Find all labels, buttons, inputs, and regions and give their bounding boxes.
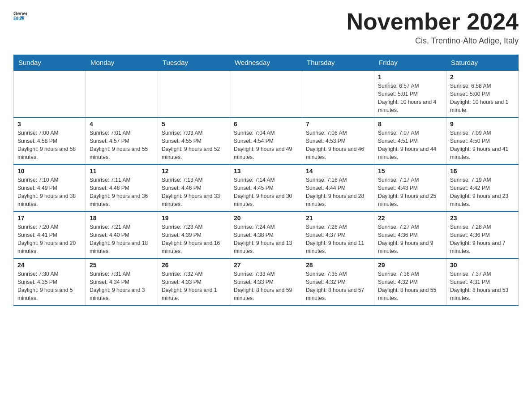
day-info: Sunrise: 7:30 AMSunset: 4:35 PMDaylight:… bbox=[17, 270, 82, 302]
calendar-cell: 26Sunrise: 7:32 AMSunset: 4:33 PMDayligh… bbox=[158, 258, 230, 305]
logo: General Blue bbox=[13, 9, 27, 22]
day-info: Sunrise: 7:06 AMSunset: 4:53 PMDaylight:… bbox=[306, 129, 370, 161]
calendar-cell: 6Sunrise: 7:04 AMSunset: 4:54 PMDaylight… bbox=[230, 117, 302, 164]
day-info: Sunrise: 7:32 AMSunset: 4:33 PMDaylight:… bbox=[162, 270, 226, 302]
calendar-cell: 5Sunrise: 7:03 AMSunset: 4:55 PMDaylight… bbox=[158, 117, 230, 164]
day-number: 24 bbox=[17, 261, 82, 269]
calendar-cell bbox=[86, 70, 158, 117]
day-info: Sunrise: 7:01 AMSunset: 4:57 PMDaylight:… bbox=[90, 129, 154, 161]
day-info: Sunrise: 7:14 AMSunset: 4:45 PMDaylight:… bbox=[234, 176, 298, 208]
day-number: 30 bbox=[450, 261, 515, 269]
calendar-cell: 17Sunrise: 7:20 AMSunset: 4:41 PMDayligh… bbox=[14, 211, 86, 258]
calendar-cell: 21Sunrise: 7:26 AMSunset: 4:37 PMDayligh… bbox=[302, 211, 374, 258]
svg-text:General: General bbox=[13, 11, 27, 16]
day-info: Sunrise: 7:17 AMSunset: 4:43 PMDaylight:… bbox=[378, 176, 442, 208]
day-number: 20 bbox=[234, 214, 298, 222]
day-info: Sunrise: 7:11 AMSunset: 4:48 PMDaylight:… bbox=[90, 176, 154, 208]
calendar-cell bbox=[158, 70, 230, 117]
calendar-table: SundayMondayTuesdayWednesdayThursdayFrid… bbox=[13, 55, 519, 306]
calendar-cell: 27Sunrise: 7:33 AMSunset: 4:33 PMDayligh… bbox=[230, 258, 302, 305]
day-number: 22 bbox=[378, 214, 442, 222]
week-row-2: 3Sunrise: 7:00 AMSunset: 4:58 PMDaylight… bbox=[14, 117, 519, 164]
day-info: Sunrise: 7:33 AMSunset: 4:33 PMDaylight:… bbox=[234, 270, 298, 302]
day-number: 21 bbox=[306, 214, 370, 222]
calendar-header-row: SundayMondayTuesdayWednesdayThursdayFrid… bbox=[14, 55, 519, 71]
day-number: 25 bbox=[90, 261, 154, 269]
calendar-cell: 28Sunrise: 7:35 AMSunset: 4:32 PMDayligh… bbox=[302, 258, 374, 305]
day-number: 15 bbox=[378, 167, 442, 175]
day-number: 19 bbox=[162, 214, 226, 222]
title-block: November 2024 Cis, Trentino-Alto Adige, … bbox=[347, 9, 519, 46]
day-info: Sunrise: 7:28 AMSunset: 4:36 PMDaylight:… bbox=[450, 223, 515, 255]
week-row-1: 1Sunrise: 6:57 AMSunset: 5:01 PMDaylight… bbox=[14, 70, 519, 117]
calendar-cell: 8Sunrise: 7:07 AMSunset: 4:51 PMDaylight… bbox=[374, 117, 446, 164]
calendar-cell: 3Sunrise: 7:00 AMSunset: 4:58 PMDaylight… bbox=[14, 117, 86, 164]
day-number: 2 bbox=[450, 73, 515, 81]
day-number: 7 bbox=[306, 120, 370, 128]
day-info: Sunrise: 7:24 AMSunset: 4:38 PMDaylight:… bbox=[234, 223, 298, 255]
header-friday: Friday bbox=[374, 55, 446, 71]
calendar-cell bbox=[302, 70, 374, 117]
day-number: 3 bbox=[17, 120, 82, 128]
day-number: 17 bbox=[17, 214, 82, 222]
day-number: 18 bbox=[90, 214, 154, 222]
day-info: Sunrise: 7:37 AMSunset: 4:31 PMDaylight:… bbox=[450, 270, 515, 302]
calendar-cell: 29Sunrise: 7:36 AMSunset: 4:32 PMDayligh… bbox=[374, 258, 446, 305]
day-number: 23 bbox=[450, 214, 515, 222]
calendar-cell: 24Sunrise: 7:30 AMSunset: 4:35 PMDayligh… bbox=[14, 258, 86, 305]
day-number: 9 bbox=[450, 120, 515, 128]
day-number: 1 bbox=[378, 73, 442, 81]
header-tuesday: Tuesday bbox=[158, 55, 230, 71]
calendar-cell: 4Sunrise: 7:01 AMSunset: 4:57 PMDaylight… bbox=[86, 117, 158, 164]
calendar-cell: 25Sunrise: 7:31 AMSunset: 4:34 PMDayligh… bbox=[86, 258, 158, 305]
header-wednesday: Wednesday bbox=[230, 55, 302, 71]
calendar-cell: 15Sunrise: 7:17 AMSunset: 4:43 PMDayligh… bbox=[374, 164, 446, 211]
day-number: 26 bbox=[162, 261, 226, 269]
day-number: 12 bbox=[162, 167, 226, 175]
day-number: 13 bbox=[234, 167, 298, 175]
day-number: 29 bbox=[378, 261, 442, 269]
day-number: 6 bbox=[234, 120, 298, 128]
calendar-cell: 12Sunrise: 7:13 AMSunset: 4:46 PMDayligh… bbox=[158, 164, 230, 211]
day-info: Sunrise: 7:20 AMSunset: 4:41 PMDaylight:… bbox=[17, 223, 82, 255]
page-header: General Blue November 2024 Cis, Trentino… bbox=[13, 9, 519, 46]
calendar-cell bbox=[14, 70, 86, 117]
day-info: Sunrise: 7:35 AMSunset: 4:32 PMDaylight:… bbox=[306, 270, 370, 302]
calendar-cell: 13Sunrise: 7:14 AMSunset: 4:45 PMDayligh… bbox=[230, 164, 302, 211]
week-row-3: 10Sunrise: 7:10 AMSunset: 4:49 PMDayligh… bbox=[14, 164, 519, 211]
week-row-5: 24Sunrise: 7:30 AMSunset: 4:35 PMDayligh… bbox=[14, 258, 519, 305]
calendar-cell: 30Sunrise: 7:37 AMSunset: 4:31 PMDayligh… bbox=[446, 258, 519, 305]
calendar-cell: 16Sunrise: 7:19 AMSunset: 4:42 PMDayligh… bbox=[446, 164, 519, 211]
day-number: 5 bbox=[162, 120, 226, 128]
logo-icon: General Blue bbox=[13, 9, 27, 22]
location-subtitle: Cis, Trentino-Alto Adige, Italy bbox=[347, 36, 519, 46]
day-info: Sunrise: 7:27 AMSunset: 4:36 PMDaylight:… bbox=[378, 223, 442, 255]
day-number: 11 bbox=[90, 167, 154, 175]
calendar-cell: 7Sunrise: 7:06 AMSunset: 4:53 PMDaylight… bbox=[302, 117, 374, 164]
calendar-cell: 20Sunrise: 7:24 AMSunset: 4:38 PMDayligh… bbox=[230, 211, 302, 258]
day-number: 28 bbox=[306, 261, 370, 269]
calendar-cell bbox=[230, 70, 302, 117]
svg-text:Blue: Blue bbox=[13, 16, 24, 21]
header-monday: Monday bbox=[86, 55, 158, 71]
day-info: Sunrise: 7:23 AMSunset: 4:39 PMDaylight:… bbox=[162, 223, 226, 255]
day-info: Sunrise: 7:16 AMSunset: 4:44 PMDaylight:… bbox=[306, 176, 370, 208]
header-thursday: Thursday bbox=[302, 55, 374, 71]
calendar-cell: 23Sunrise: 7:28 AMSunset: 4:36 PMDayligh… bbox=[446, 211, 519, 258]
day-info: Sunrise: 7:00 AMSunset: 4:58 PMDaylight:… bbox=[17, 129, 82, 161]
calendar-cell: 11Sunrise: 7:11 AMSunset: 4:48 PMDayligh… bbox=[86, 164, 158, 211]
day-info: Sunrise: 7:04 AMSunset: 4:54 PMDaylight:… bbox=[234, 129, 298, 161]
calendar-cell: 19Sunrise: 7:23 AMSunset: 4:39 PMDayligh… bbox=[158, 211, 230, 258]
day-info: Sunrise: 7:07 AMSunset: 4:51 PMDaylight:… bbox=[378, 129, 442, 161]
day-info: Sunrise: 7:03 AMSunset: 4:55 PMDaylight:… bbox=[162, 129, 226, 161]
week-row-4: 17Sunrise: 7:20 AMSunset: 4:41 PMDayligh… bbox=[14, 211, 519, 258]
day-number: 27 bbox=[234, 261, 298, 269]
day-info: Sunrise: 7:13 AMSunset: 4:46 PMDaylight:… bbox=[162, 176, 226, 208]
calendar-cell: 2Sunrise: 6:58 AMSunset: 5:00 PMDaylight… bbox=[446, 70, 519, 117]
month-title: November 2024 bbox=[347, 9, 519, 34]
day-number: 10 bbox=[17, 167, 82, 175]
day-info: Sunrise: 7:31 AMSunset: 4:34 PMDaylight:… bbox=[90, 270, 154, 302]
calendar-cell: 10Sunrise: 7:10 AMSunset: 4:49 PMDayligh… bbox=[14, 164, 86, 211]
day-number: 8 bbox=[378, 120, 442, 128]
calendar-cell: 9Sunrise: 7:09 AMSunset: 4:50 PMDaylight… bbox=[446, 117, 519, 164]
